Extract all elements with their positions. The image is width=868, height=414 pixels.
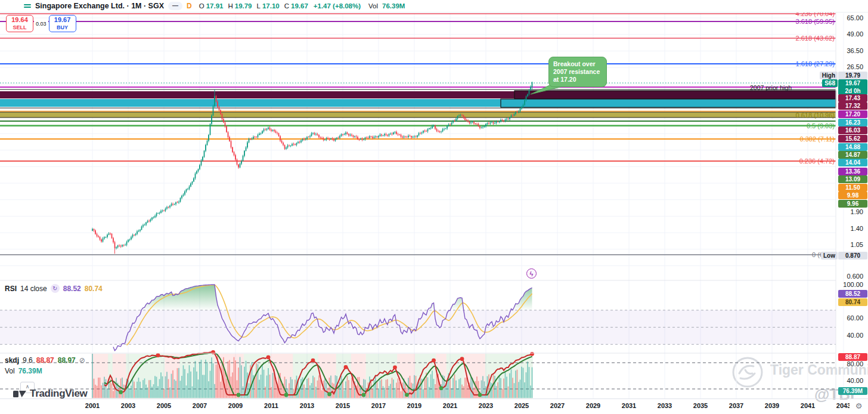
open-value: 17.91 [206,2,224,10]
chart-legend-topbar[interactable]: Singapore Exchange Ltd. · 1M · SGX — D O… [0,0,868,13]
gear-icon[interactable]: ⚙ [855,401,863,410]
price-label: 88.52 [838,290,867,298]
volume-legend[interactable]: Vol 76.39M [5,367,42,375]
price-label: 13.09 [838,175,867,183]
fib-level-label: 2.618 (43.62) [796,35,835,42]
volume-value: 76.39M [382,2,405,10]
price-scale-tick: 80.00 [847,360,863,367]
price-label: 11.50 [838,184,867,191]
price-scale-tick: 26.50 [847,63,863,70]
fib-level-label: 0.382 (7.11) [799,135,835,143]
price-label: 76.39M [838,387,867,395]
skdj-k-value: 88.87 [36,356,54,364]
time-axis-label: 2033 [658,402,672,409]
price-scale-tick: 100.00 [843,281,863,288]
flash-event-icon[interactable]: ϟ [526,268,537,279]
ohlc-values: O 17.91 H 19.79 L 17.10 C 19.67 [196,2,308,10]
time-axis-label: 2005 [157,402,171,409]
axis-settings-corner[interactable]: ⚙ [850,399,868,414]
prior-high-note: 2007 prior high [750,84,792,91]
time-axis[interactable]: 2001200320052007200920112013201520172019… [0,398,868,414]
tradingview-logo-icon [13,388,26,400]
symbol-title[interactable]: Singapore Exchange Ltd. · 1M · SGX [35,2,164,10]
skdj-legend[interactable]: skdj 9 6 88.87 88.97 ⊘ [5,356,85,364]
fib-level-label: 0.5 (9.03) [807,122,835,129]
sell-button[interactable]: 19.64 SELL [6,15,33,32]
tradingview-logo[interactable]: TradingView [13,388,88,400]
fib-level-label: 3.618 (59.95) [796,18,835,25]
price-scale-tick: 65.00 [847,14,863,21]
price-scale-tick: 40.00 [847,377,863,384]
time-axis-label: 2021 [443,402,457,409]
time-axis-label: 2027 [550,402,565,409]
change-value: +1.47 (+8.08%) [314,2,361,10]
price-scale-tick: 1.05 [851,241,863,248]
time-axis-label: 2035 [693,402,708,409]
price-label: 88.87 [838,353,867,361]
price-label: 9.96 [838,200,867,208]
close-value: 19.67 [291,2,308,10]
low-label: L [257,2,261,10]
time-axis-label: 2019 [407,402,421,409]
trade-widget: 19.64 SELL 0.03 19.67 BUY [6,15,76,32]
price-label: 0.870 [838,252,867,259]
price-scale-tick: 60.00 [847,314,863,322]
spread-value: 0.03 [34,20,48,27]
price-label: 15.62 [838,135,867,143]
price-label: 14.88 [838,143,867,151]
time-axis-label: 2015 [336,402,350,409]
time-axis-label: 2013 [300,402,314,409]
time-axis-label: 2031 [622,402,636,409]
price-scale-tick: 49.00 [847,30,863,38]
interval-badge[interactable]: D [187,2,192,10]
price-label: 9.98 [838,191,867,199]
skdj-d-value: 88.97 [58,356,76,364]
time-axis-label: 2029 [586,402,600,409]
breakout-callout[interactable]: Breakout over 2007 resistance at 17.20 [548,57,607,87]
time-axis-label: 2007 [193,402,207,409]
low-value: 17.10 [262,2,280,10]
fib-level-label: 0.236 (4.72) [799,157,835,165]
time-axis-label: 2041 [801,402,815,409]
price-label: 80.74 [838,298,867,306]
tradingview-chart-app: Tiger Community @TBI Singapore Exchange … [0,0,868,414]
fib-level-label: 1.618 (27.29) [796,60,835,67]
time-axis-label: 2043 [836,402,851,409]
buy-button[interactable]: 19.67 BUY [49,15,76,32]
high-label: H [228,2,232,10]
symbol-tree-icon[interactable] [24,3,31,9]
price-label: 14.87 [838,151,867,159]
open-label: O [199,2,204,10]
minimize-badge[interactable]: — [168,2,182,10]
price-label-badge: Low [821,252,838,259]
time-axis-label: 2017 [371,402,386,409]
rsi-ma-value: 80.74 [85,285,103,293]
price-scale-tick: 1.90 [851,208,863,215]
close-label: C [284,2,289,10]
price-label: 13.36 [838,168,867,175]
refresh-icon[interactable]: ↻ [51,284,60,293]
time-axis-label: 2025 [514,402,529,409]
price-scale-tick: 36.50 [847,47,863,54]
time-axis-label: 2011 [264,402,278,409]
time-axis-label: 2003 [121,402,135,409]
high-value: 19.79 [235,2,252,10]
volume-label: Vol [368,2,378,10]
price-label: 17.43 [838,94,867,102]
fib-level-label: 0.618 (10.96) [796,112,835,119]
time-axis-label: 2001 [85,402,100,409]
price-label: 14.04 [838,159,867,166]
price-scale-tick: 1.40 [851,225,863,232]
time-axis-label: 2039 [765,402,779,409]
rsi-legend[interactable]: RSI 14 close ↻ 88.52 80.74 [5,284,103,293]
chart-canvas[interactable] [0,0,868,414]
eye-off-icon[interactable]: ⊘ [79,356,85,364]
price-label: 17.20 [838,110,867,118]
volume-legend-value: 76.39M [18,367,42,375]
price-label: 16.23 [838,119,867,126]
price-label: 17.32 [838,102,867,110]
rsi-value: 88.52 [63,285,81,293]
price-scale-tick: 40.00 [847,332,863,339]
price-scale-tick: 0.600 [847,273,863,280]
time-axis-label: 2009 [228,402,243,409]
